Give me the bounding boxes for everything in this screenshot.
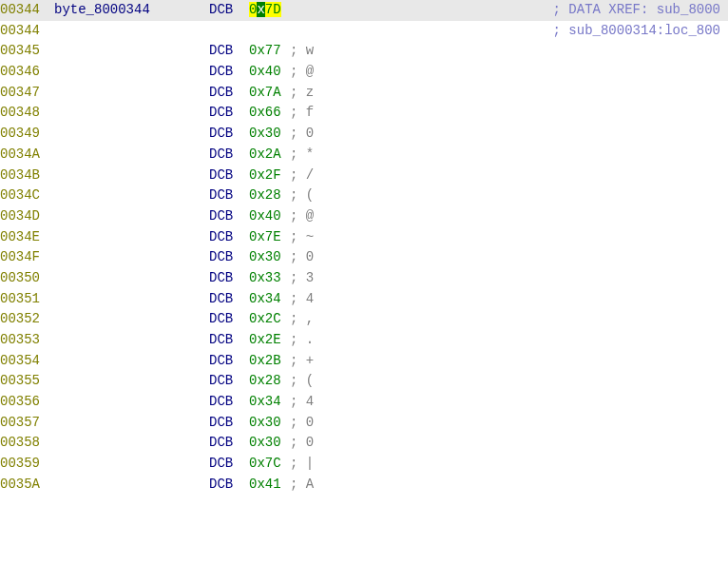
disasm-line[interactable]: 00348DCB0x66; f [0,103,728,124]
operand: 0x7E [249,227,290,248]
comment-semicolon: ; [290,475,297,496]
mnemonic: DCB [209,165,249,186]
ascii-comment: / [297,165,314,186]
disasm-line[interactable]: 00346DCB0x40; @ [0,62,728,83]
disasm-line[interactable]: 00350DCB0x33; 3 [0,268,728,289]
disasm-line[interactable]: 0034CDCB0x28; ( [0,185,728,206]
mnemonic: DCB [209,330,249,351]
address: 0034F [0,247,54,268]
disasm-line[interactable]: 00353DCB0x2E; . [0,330,728,351]
disasm-line[interactable]: 0034DDCB0x40; @ [0,206,728,227]
comment-semicolon: ; [290,124,297,145]
address: 0034E [0,227,54,248]
comment-semicolon: ; [290,145,297,165]
comment-semicolon: ; [290,83,297,104]
ascii-comment: 0 [297,413,314,434]
mnemonic: DCB [209,145,249,165]
operand: 0x66 [249,103,290,124]
mnemonic: DCB [209,413,249,434]
disasm-line[interactable]: 00344; sub_8000314:loc_800 [0,21,728,42]
operand: 0x7D [249,0,290,21]
disasm-line[interactable]: 00357DCB0x30; 0 [0,413,728,434]
address: 0035A [0,475,54,496]
operand: 0x2A [249,145,290,165]
mnemonic: DCB [209,227,249,248]
address: 00359 [0,454,54,475]
operand: 0x7A [249,83,290,104]
address: 00355 [0,371,54,392]
mnemonic: DCB [209,454,249,475]
comment-semicolon: ; [290,330,297,351]
ascii-comment: | [297,454,314,475]
disasm-line[interactable]: 00351DCB0x34; 4 [0,289,728,310]
operand: 0x30 [249,247,290,268]
comment-semicolon: ; [290,247,297,268]
disasm-line[interactable]: 0034EDCB0x7E; ~ [0,227,728,248]
address: 00347 [0,83,54,104]
disasm-line[interactable]: 00349DCB0x30; 0 [0,124,728,145]
disasm-line[interactable]: 00355DCB0x28; ( [0,371,728,392]
ascii-comment: . [297,330,314,351]
disasm-line[interactable]: 00345DCB0x77; w [0,41,728,62]
disasm-line[interactable]: 00359DCB0x7C; | [0,454,728,475]
comment-semicolon: ; [290,289,297,310]
disasm-line[interactable]: 0034FDCB0x30; 0 [0,247,728,268]
address: 00348 [0,103,54,124]
disasm-line[interactable]: 00352DCB0x2C; , [0,309,728,330]
xref-comment[interactable]: ; DATA XREF: sub_8000 [553,2,720,17]
address: 0034C [0,185,54,206]
mnemonic: DCB [209,371,249,392]
operand: 0x7C [249,454,290,475]
comment-semicolon: ; [290,185,297,206]
ascii-comment: @ [297,206,314,227]
comment-semicolon: ; [290,41,297,62]
comment-semicolon: ; [290,371,297,392]
mnemonic: DCB [209,62,249,83]
operand: 0x2C [249,309,290,330]
disasm-line[interactable]: 00358DCB0x30; 0 [0,433,728,454]
mnemonic: DCB [209,124,249,145]
operand: 0x41 [249,475,290,496]
mnemonic: DCB [209,392,249,413]
ascii-comment: A [297,475,314,496]
ascii-comment: @ [297,62,314,83]
mnemonic: DCB [209,83,249,104]
ascii-comment: 0 [297,124,314,145]
mnemonic: DCB [209,103,249,124]
mnemonic: DCB [209,268,249,289]
comment-semicolon: ; [290,309,297,330]
disasm-line[interactable]: 0034ADCB0x2A; * [0,145,728,165]
operand: 0x30 [249,413,290,434]
operand: 0x40 [249,206,290,227]
disasm-line[interactable]: 00354DCB0x2B; + [0,351,728,372]
ascii-comment: + [297,351,314,372]
xref-comment[interactable]: ; sub_8000314:loc_800 [553,23,720,38]
comment-semicolon: ; [290,413,297,434]
disasm-line[interactable]: 0035ADCB0x41; A [0,475,728,496]
operand: 0x28 [249,371,290,392]
disasm-line[interactable]: 0034BDCB0x2F; / [0,165,728,186]
mnemonic: DCB [209,289,249,310]
address: 00357 [0,413,54,434]
address: 00346 [0,62,54,83]
address: 00345 [0,41,54,62]
disasm-line[interactable]: 00344byte_8000344DCB0x7D; DATA XREF: sub… [0,0,728,21]
address: 00358 [0,433,54,454]
address: 0034D [0,206,54,227]
address: 00344 [0,0,54,21]
disasm-line[interactable]: 00356DCB0x34; 4 [0,392,728,413]
comment-semicolon: ; [290,392,297,413]
operand: 0x30 [249,433,290,454]
mnemonic: DCB [209,41,249,62]
disassembly-view[interactable]: 00344byte_8000344DCB0x7D; DATA XREF: sub… [0,0,728,496]
operand: 0x34 [249,289,290,310]
mnemonic: DCB [209,247,249,268]
operand: 0x30 [249,124,290,145]
mnemonic: DCB [209,475,249,496]
mnemonic: DCB [209,185,249,206]
operand: 0x33 [249,268,290,289]
symbol-label[interactable]: byte_8000344 [54,0,209,21]
ascii-comment: ( [297,371,314,392]
address: 0034A [0,145,54,165]
disasm-line[interactable]: 00347DCB0x7A; z [0,83,728,104]
